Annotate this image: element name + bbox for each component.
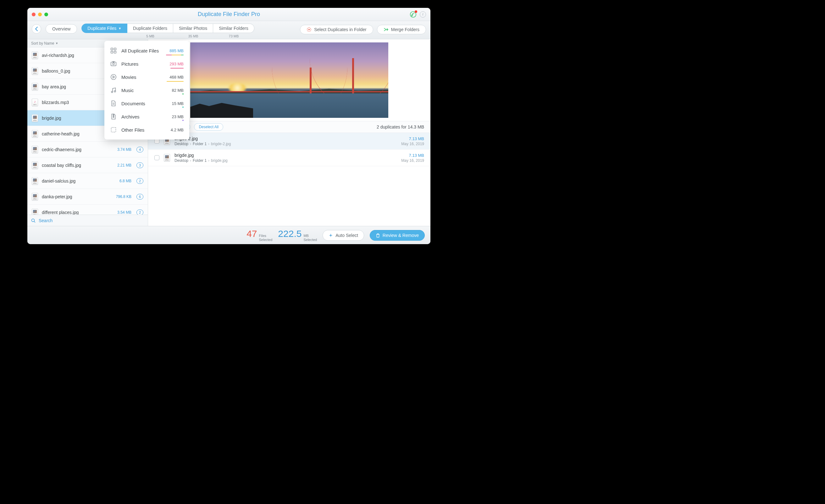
svg-point-14 <box>111 91 113 93</box>
merge-folders-button[interactable]: Merge Folders <box>377 25 426 34</box>
duplicate-row[interactable]: brigde-2.jpg Desktop›Folder 1›brigde-2.j… <box>148 133 431 150</box>
dropdown-item-mov[interactable]: Movies 468 MB <box>104 70 189 84</box>
svg-point-4 <box>32 219 34 222</box>
dropdown-item-mus[interactable]: Music 82 MB <box>104 84 189 97</box>
chevron-down-icon: ▼ <box>55 42 58 45</box>
mb-selected-stat: 222.5 MBSelected <box>278 229 317 242</box>
file-size: 796.8 KB <box>116 194 132 199</box>
toolbar: Overview Duplicate Files▼ Duplicate Fold… <box>27 21 431 39</box>
tab-duplicate-folders[interactable]: Duplicate Folders <box>127 23 173 33</box>
file-type-icon <box>32 208 38 215</box>
duplicate-summary: 2 duplicates for 14.3 MB <box>377 124 424 130</box>
category-size: 885 MB <box>169 49 183 53</box>
dropdown-item-pic[interactable]: Pictures 293 MB <box>104 57 189 70</box>
category-icon <box>110 74 117 80</box>
sparkle-icon <box>328 233 333 238</box>
svg-point-13 <box>111 75 116 80</box>
category-label: Other Files <box>121 127 166 133</box>
svg-line-5 <box>34 221 35 223</box>
category-label: Music <box>121 88 167 93</box>
category-icon <box>110 47 117 54</box>
category-size: 293 MB <box>169 62 183 66</box>
duplicate-toolbar: Auto Select ▼ Deselect All 2 duplicates … <box>148 121 431 133</box>
category-icon <box>110 113 117 120</box>
svg-rect-7 <box>114 48 116 50</box>
duplicate-count-badge: 2 <box>137 209 143 215</box>
category-icon <box>110 60 117 67</box>
category-icon <box>110 126 117 133</box>
window-title: Duplicate File Finder Pro <box>27 11 431 18</box>
category-size: 468 MB <box>169 75 183 80</box>
file-type-icon <box>32 146 38 153</box>
dropdown-item-all[interactable]: All Duplicate Files 885 MB <box>104 44 189 57</box>
file-row[interactable]: danka-peter.jpg 796.8 KB 6 <box>27 189 148 204</box>
duplicate-count-badge: 2 <box>137 178 143 184</box>
dropdown-item-arc[interactable]: Archives 23 MB <box>104 110 189 123</box>
tab-similar-folders[interactable]: Similar Folders <box>213 23 254 33</box>
search-icon <box>31 219 35 223</box>
overview-button[interactable]: Overview <box>46 24 77 33</box>
duplicate-size: 7.13 MB <box>401 136 424 141</box>
duplicate-count-badge: 3 <box>137 162 143 168</box>
titlebar: Duplicate File Finder Pro i <box>27 8 431 21</box>
review-remove-button[interactable]: Review & Remove <box>370 230 425 241</box>
svg-rect-21 <box>111 128 116 132</box>
file-size: 2.21 MB <box>117 163 132 167</box>
file-type-icon <box>32 130 38 138</box>
category-size: 4.2 MB <box>171 128 183 132</box>
category-icon <box>110 87 117 94</box>
tab-group: Duplicate Files▼ Duplicate Folders 5 MB … <box>81 23 254 38</box>
duplicate-name: brigde.jpg <box>174 153 397 158</box>
dropdown-item-doc[interactable]: Documents 15 MB <box>104 97 189 110</box>
trash-icon <box>376 233 380 238</box>
search-field[interactable]: Search <box>27 215 148 226</box>
duplicate-count-badge: 4 <box>137 147 143 152</box>
detail-pane: Auto Select ▼ Deselect All 2 duplicates … <box>148 39 431 226</box>
file-row[interactable]: different places.jpg 3.54 MB 2 <box>27 204 148 215</box>
svg-point-20 <box>113 116 114 117</box>
duplicate-row[interactable]: brigde.jpg Desktop›Folder 1›brigde.jpg 7… <box>148 150 431 166</box>
chevron-down-icon: ▼ <box>118 27 121 30</box>
file-type-icon <box>32 193 38 200</box>
category-label: Pictures <box>121 61 165 67</box>
select-duplicates-in-folder-button[interactable]: Select Duplicates in Folder <box>300 25 373 34</box>
dropdown-item-oth[interactable]: Other Files 4.2 MB <box>104 123 189 136</box>
file-size: 6.8 MB <box>120 179 132 183</box>
file-name: daniel-salcius.jpg <box>42 178 116 183</box>
svg-rect-8 <box>111 51 113 53</box>
footer-auto-select-button[interactable]: Auto Select <box>322 230 364 241</box>
svg-point-3 <box>308 29 310 30</box>
tab-size: 73 MB <box>229 34 239 38</box>
category-size: 23 MB <box>172 114 183 119</box>
file-row[interactable]: coastal bay cliffs.jpg 2.21 MB 3 <box>27 157 148 173</box>
checkbox[interactable] <box>154 155 159 160</box>
category-label: Archives <box>121 114 167 119</box>
category-size: 82 MB <box>172 88 183 93</box>
file-row[interactable]: daniel-salcius.jpg 6.8 MB 2 <box>27 173 148 189</box>
deselect-all-button[interactable]: Deselect All <box>194 123 223 131</box>
file-name: danka-peter.jpg <box>42 194 112 199</box>
tab-similar-photos[interactable]: Similar Photos <box>173 23 213 33</box>
file-type-icon <box>32 177 38 185</box>
back-button[interactable] <box>32 24 41 33</box>
category-icon <box>110 100 117 107</box>
svg-point-15 <box>114 90 116 92</box>
duplicate-path: Desktop›Folder 1›brigde-2.jpg <box>174 142 397 146</box>
file-name: catherine-heath.jpg <box>42 131 112 136</box>
duplicate-date: May 16, 2019 <box>401 142 424 146</box>
svg-point-1 <box>411 15 412 16</box>
tab-duplicate-files[interactable]: Duplicate Files▼ <box>81 23 127 33</box>
duplicate-size: 7.13 MB <box>401 153 424 158</box>
category-label: Documents <box>121 101 167 106</box>
file-name: coastal bay cliffs.jpg <box>42 163 114 168</box>
file-name: different places.jpg <box>42 210 114 215</box>
file-type-icon <box>32 67 38 75</box>
footer: 47 FilesSelected 222.5 MBSelected Auto S… <box>27 226 431 244</box>
file-row[interactable]: cedric-dhaenens.jpg 3.74 MB 4 <box>27 142 148 157</box>
file-type-icon <box>32 162 38 169</box>
file-type-icon <box>32 114 38 122</box>
file-size: 3.74 MB <box>117 147 132 152</box>
duplicate-count-badge: 6 <box>137 194 143 199</box>
notifications-icon[interactable] <box>410 11 417 18</box>
tab-size: 35 MB <box>188 34 199 38</box>
